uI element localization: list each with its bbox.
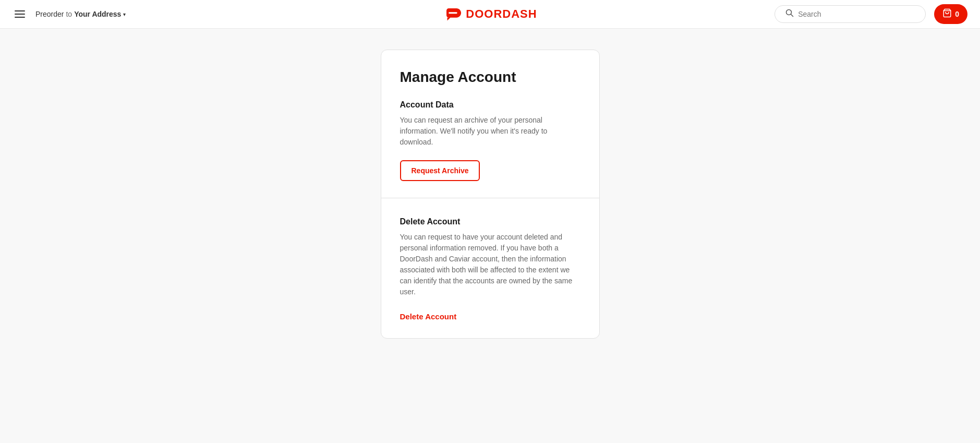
manage-account-card: Manage Account Account Data You can requ…	[381, 50, 600, 339]
cart-count: 0	[955, 10, 959, 18]
search-input[interactable]	[798, 10, 915, 18]
preorder-to: to	[66, 10, 72, 18]
account-data-description: You can request an archive of your perso…	[400, 115, 580, 148]
search-bar[interactable]	[775, 5, 926, 23]
header: Preorder to Your Address ▾ DOORDASH	[0, 0, 980, 29]
hamburger-menu-icon[interactable]	[13, 8, 27, 20]
preorder-label: Preorder	[35, 10, 64, 18]
search-icon	[785, 9, 794, 19]
delete-account-description: You can request to have your account del…	[400, 232, 580, 297]
request-archive-button[interactable]: Request Archive	[400, 160, 480, 181]
doordash-logo[interactable]: DOORDASH	[443, 7, 537, 21]
account-data-section: Manage Account Account Data You can requ…	[381, 50, 599, 198]
header-left: Preorder to Your Address ▾	[13, 8, 126, 20]
doordash-logo-text: DOORDASH	[466, 7, 537, 21]
page-title: Manage Account	[400, 69, 580, 86]
account-data-title: Account Data	[400, 100, 580, 110]
doordash-logo-icon	[443, 7, 462, 21]
svg-line-1	[791, 15, 793, 17]
preorder-address: Your Address	[74, 10, 121, 18]
header-center: DOORDASH	[443, 7, 537, 21]
chevron-down-icon: ▾	[123, 11, 126, 17]
delete-account-link[interactable]: Delete Account	[400, 312, 457, 321]
cart-icon	[942, 8, 952, 20]
delete-account-title: Delete Account	[400, 217, 580, 226]
delete-account-section: Delete Account You can request to have y…	[381, 198, 599, 338]
main-content: Manage Account Account Data You can requ…	[0, 0, 980, 443]
preorder-section[interactable]: Preorder to Your Address ▾	[35, 10, 126, 18]
cart-button[interactable]: 0	[934, 4, 967, 24]
header-right: 0	[775, 4, 967, 24]
